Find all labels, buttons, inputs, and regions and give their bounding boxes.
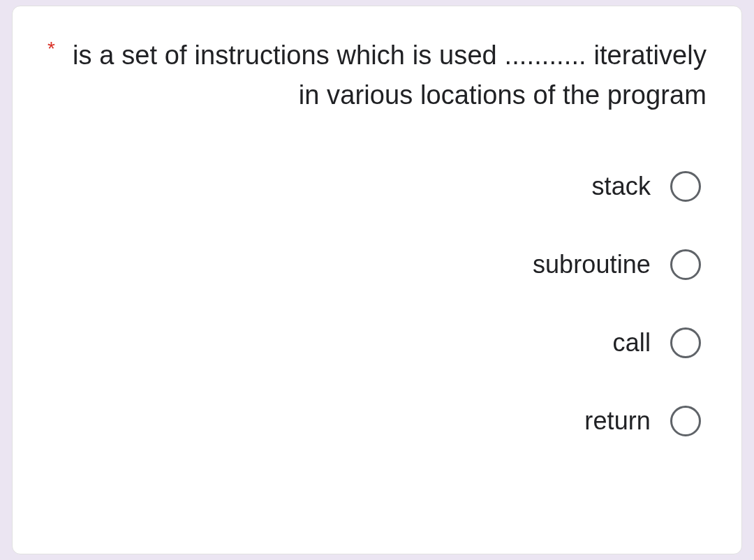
question-card: * is a set of instructions which is used… (12, 6, 742, 554)
option-label: call (613, 328, 651, 358)
option-subroutine[interactable]: subroutine (47, 249, 701, 280)
radio-icon[interactable] (670, 327, 701, 358)
option-stack[interactable]: stack (47, 171, 701, 202)
options-list: stack subroutine call return (47, 171, 707, 436)
question-text: is a set of instructions which is used .… (68, 36, 707, 115)
radio-icon[interactable] (670, 171, 701, 202)
required-asterisk: * (47, 37, 55, 61)
option-label: subroutine (533, 250, 651, 279)
radio-icon[interactable] (670, 406, 701, 436)
question-block: * is a set of instructions which is used… (47, 36, 707, 115)
option-label: return (584, 406, 651, 436)
option-call[interactable]: call (47, 327, 701, 358)
option-return[interactable]: return (47, 406, 701, 436)
option-label: stack (591, 172, 651, 201)
radio-icon[interactable] (670, 249, 701, 280)
